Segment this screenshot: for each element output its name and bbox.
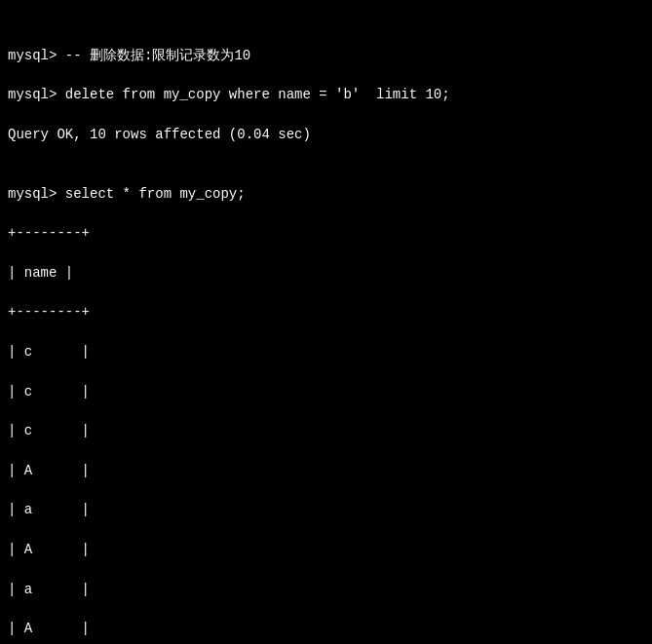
line-delete-result: Query OK, 10 rows affected (0.04 sec)	[8, 125, 644, 144]
table-row: | c |	[8, 342, 644, 361]
table-row: | c |	[8, 382, 644, 401]
table-row: | A |	[8, 619, 644, 638]
table-row: | c |	[8, 421, 644, 440]
table-row: | a |	[8, 580, 644, 599]
line-select-cmd: mysql> select * from my_copy;	[8, 184, 644, 204]
table-row: | A |	[8, 461, 644, 480]
line-delete-cmd: mysql> delete from my_copy where name = …	[8, 85, 644, 104]
line-border-top: +--------+	[8, 223, 644, 243]
terminal-window: mysql> -- 删除数据:限制记录数为10 mysql> delete fr…	[0, 0, 652, 644]
line-header: | name |	[8, 263, 644, 283]
line-border-header: +--------+	[8, 302, 644, 322]
line-comment: mysql> -- 删除数据:限制记录数为10	[8, 46, 644, 65]
table-row: | A |	[8, 540, 644, 559]
table-row: | a |	[8, 500, 644, 519]
